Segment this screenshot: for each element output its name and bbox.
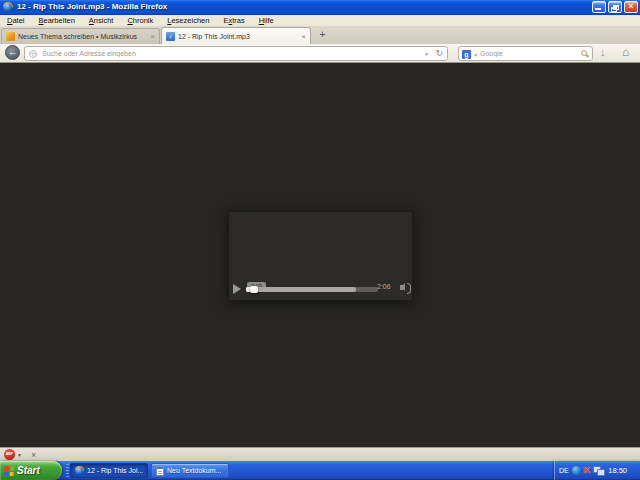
- taskbar-button-label: Neu Textdokum...: [167, 467, 221, 474]
- search-icon[interactable]: [581, 50, 587, 56]
- menu-bearbeiten[interactable]: Bearbeiten: [32, 16, 82, 25]
- downloads-button[interactable]: ↓: [600, 46, 606, 58]
- addon-bar: ABP ▼ ×: [0, 447, 640, 461]
- adblock-icon[interactable]: ABP: [4, 449, 15, 460]
- taskbar-button-firefox[interactable]: 12 - Rip This Joi...: [70, 463, 148, 478]
- titlebar: 12 - Rip This Joint.mp3 - Mozilla Firefo…: [0, 0, 640, 15]
- url-bar[interactable]: ▼ ↻: [24, 46, 448, 61]
- navigation-toolbar: ← ▼ ↻ g ▼ ↓ ⌂: [0, 44, 640, 63]
- network-tray-icon[interactable]: [593, 466, 604, 475]
- tab-title: Neues Thema schreiben • Musikzirkus: [18, 33, 147, 40]
- tray-blue-icon[interactable]: [572, 466, 581, 475]
- minimize-icon: [595, 8, 601, 10]
- menu-lesezeichen[interactable]: Lesezeichen: [160, 16, 216, 25]
- back-button[interactable]: ←: [5, 45, 20, 60]
- search-input[interactable]: [480, 48, 565, 59]
- window-title: 12 - Rip This Joint.mp3 - Mozilla Firefo…: [17, 2, 167, 11]
- seek-thumb[interactable]: [250, 286, 258, 293]
- taskbar: Start 12 - Rip This Joi... Neu Textdokum…: [0, 461, 640, 480]
- audio-player: 0:09 2:06: [228, 211, 413, 301]
- notepad-icon: [156, 466, 164, 476]
- menu-ansicht[interactable]: Ansicht: [82, 16, 121, 25]
- tab-close-icon[interactable]: ×: [150, 33, 155, 40]
- taskbar-button-notepad[interactable]: Neu Textdokum...: [151, 463, 229, 478]
- tab-strip: Neues Thema schreiben • Musikzirkus × ♪ …: [0, 26, 640, 44]
- quicklaunch-handle[interactable]: [66, 464, 69, 477]
- search-engine-dropdown-icon[interactable]: ▼: [473, 52, 478, 58]
- firefox-icon: [3, 2, 13, 12]
- clock: 18:50: [608, 466, 627, 475]
- duration-label: 2:06: [377, 283, 391, 290]
- forum-favicon: [6, 32, 15, 41]
- tab-mp3[interactable]: ♪ 12 - Rip This Joint.mp3 ×: [161, 27, 311, 44]
- tab-title: 12 - Rip This Joint.mp3: [178, 33, 298, 40]
- minimize-button[interactable]: [592, 1, 606, 13]
- restore-button[interactable]: [608, 1, 622, 13]
- url-dropdown-icon[interactable]: ▼: [424, 51, 429, 57]
- menu-datei[interactable]: Datei: [0, 16, 32, 25]
- menu-hilfe[interactable]: Hilfe: [252, 16, 281, 25]
- play-button[interactable]: [233, 284, 241, 294]
- player-controls: 2:06: [229, 281, 412, 296]
- new-tab-button[interactable]: +: [315, 29, 330, 42]
- antivirus-tray-icon[interactable]: K: [584, 466, 591, 475]
- adblock-dropdown-icon[interactable]: ▼: [17, 452, 22, 458]
- home-button[interactable]: ⌂: [622, 45, 629, 59]
- menu-extras[interactable]: Extras: [216, 16, 251, 25]
- windows-flag-icon: [3, 466, 14, 476]
- close-icon: ×: [625, 1, 637, 11]
- firefox-icon: [75, 466, 84, 475]
- close-button[interactable]: ×: [624, 1, 638, 13]
- page-content: 0:09 2:06: [0, 63, 640, 447]
- reload-icon[interactable]: ↻: [435, 48, 443, 58]
- url-input[interactable]: [42, 48, 422, 59]
- volume-icon[interactable]: [400, 285, 403, 290]
- addon-bar-close-icon[interactable]: ×: [31, 450, 36, 460]
- menu-chronik[interactable]: Chronik: [120, 16, 160, 25]
- start-button[interactable]: Start: [0, 461, 62, 480]
- globe-icon: [29, 50, 37, 58]
- restore-icon-back: [611, 7, 617, 12]
- tab-forum[interactable]: Neues Thema schreiben • Musikzirkus ×: [1, 28, 160, 44]
- media-favicon: ♪: [166, 32, 175, 41]
- menubar: Datei Bearbeiten Ansicht Chronik Lesezei…: [0, 15, 640, 26]
- tab-close-icon[interactable]: ×: [301, 33, 306, 40]
- search-bar[interactable]: g ▼: [458, 46, 593, 61]
- language-indicator[interactable]: DE: [559, 467, 569, 474]
- google-favicon: g: [462, 50, 471, 59]
- system-tray: DE K 18:50: [554, 461, 640, 480]
- seek-bar[interactable]: [246, 287, 378, 292]
- start-label: Start: [17, 465, 40, 476]
- player-buffered: [246, 287, 356, 292]
- taskbar-button-label: 12 - Rip This Joi...: [87, 467, 143, 474]
